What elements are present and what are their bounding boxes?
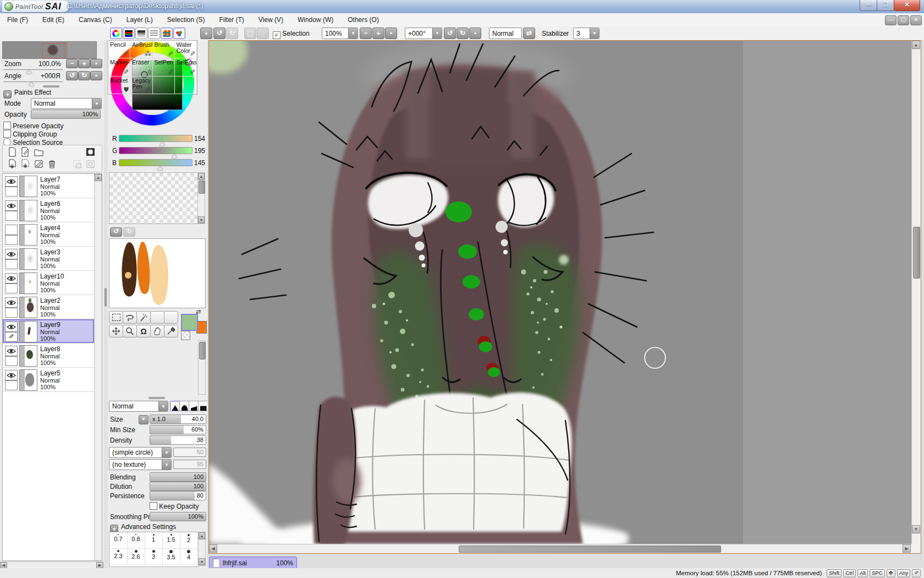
chevron-down-icon[interactable]: ▼ bbox=[158, 401, 168, 411]
layer-paint-indicator[interactable]: ✎ bbox=[5, 332, 18, 342]
layer-row[interactable]: ✎ Layer9 Normal 100% bbox=[3, 319, 94, 343]
nav-rotate-cw-button[interactable]: ↻ bbox=[78, 71, 90, 80]
layer-visibility-toggle[interactable] bbox=[5, 297, 18, 308]
doc-maximize-button[interactable]: ▢ bbox=[898, 15, 909, 25]
invert-selection-button[interactable]: ◌ bbox=[257, 28, 269, 39]
layer-row[interactable]: Layer7 Normal 100% bbox=[3, 174, 94, 198]
scratchpad-toggle[interactable] bbox=[173, 28, 185, 39]
paste-layer-button[interactable] bbox=[72, 159, 82, 169]
size-unit-dropdown[interactable]: ▼ bbox=[139, 415, 148, 424]
layer-visibility-toggle[interactable] bbox=[5, 225, 18, 235]
rotate-canvas-tool[interactable]: Ω bbox=[136, 325, 151, 337]
layer-mask-button[interactable] bbox=[85, 147, 96, 157]
scroll-up-arrow[interactable]: ▲ bbox=[198, 173, 205, 180]
chevron-down-icon[interactable]: ▼ bbox=[92, 99, 101, 108]
nav-zoom-reset-button[interactable]: ▪ bbox=[90, 59, 102, 68]
scrollbar-thumb[interactable] bbox=[913, 227, 920, 279]
chevron-down-icon[interactable]: ▼ bbox=[162, 448, 171, 457]
menu-edit[interactable]: Edit (E) bbox=[35, 14, 72, 25]
nav-zoom-slider[interactable] bbox=[3, 69, 63, 70]
nav-zoom-out-button[interactable]: − bbox=[66, 59, 78, 68]
scrollbar-thumb[interactable] bbox=[199, 181, 205, 194]
zoom-in-button[interactable]: ＋ bbox=[372, 28, 384, 39]
r-slider-thumb[interactable] bbox=[160, 142, 165, 146]
scroll-up-arrow[interactable]: ▲ bbox=[199, 532, 205, 539]
swatch-scrollbar[interactable]: ▲ ▼ bbox=[197, 172, 205, 224]
swatch-panel[interactable] bbox=[109, 172, 198, 224]
menu-window[interactable]: Window (W) bbox=[290, 14, 340, 25]
doc-close-button[interactable]: ✕ bbox=[910, 15, 922, 25]
stabilizer-combo[interactable]: 3▼ bbox=[573, 28, 600, 39]
empty-tool-cell[interactable] bbox=[175, 77, 197, 94]
hand-tool[interactable] bbox=[150, 325, 164, 337]
size-bar[interactable]: x 1.040.0 bbox=[150, 415, 206, 424]
layer-visibility-toggle[interactable] bbox=[5, 370, 18, 380]
size-option[interactable]: 2.3 bbox=[109, 548, 128, 565]
scroll-up-arrow[interactable]: ▲ bbox=[912, 41, 920, 49]
layer-row[interactable]: Layer4 Normal 100% bbox=[3, 222, 94, 247]
size-option[interactable]: 0.7 bbox=[109, 532, 128, 549]
rect-select-tool[interactable] bbox=[109, 311, 123, 324]
new-layer-button[interactable] bbox=[7, 147, 18, 157]
layer-paint-indicator[interactable] bbox=[5, 380, 18, 390]
size-option[interactable]: 4 bbox=[180, 548, 198, 565]
empty-tool-cell[interactable] bbox=[153, 77, 175, 94]
r-slider[interactable] bbox=[119, 135, 193, 142]
layer-mode-combo[interactable]: Normal▼ bbox=[31, 98, 102, 109]
color-lines-toggle[interactable] bbox=[148, 28, 160, 39]
empty-tool-slot[interactable] bbox=[164, 311, 178, 324]
tool-grid-scrollbar[interactable] bbox=[198, 340, 206, 395]
brush-shape-combo[interactable]: (simple circle)▼ bbox=[109, 447, 172, 458]
zoom-combo[interactable]: 100%▼ bbox=[322, 28, 358, 39]
hsv-slider-toggle[interactable] bbox=[135, 28, 147, 39]
layer-paint-indicator[interactable] bbox=[5, 283, 18, 293]
preserve-opacity-checkbox[interactable] bbox=[3, 122, 11, 129]
size-option[interactable]: 1 bbox=[145, 532, 163, 549]
eyedropper-tool[interactable] bbox=[164, 325, 178, 337]
layer-row[interactable]: Layer10 Normal 100% bbox=[3, 271, 94, 295]
nav-zoom-slider-thumb[interactable] bbox=[26, 70, 32, 74]
size-option[interactable]: 3.5 bbox=[162, 548, 180, 565]
menu-others[interactable]: Others (O) bbox=[340, 14, 386, 25]
layer-paint-indicator[interactable] bbox=[5, 235, 18, 245]
tool-legacy-pen[interactable]: Legacy Pen✎ bbox=[130, 77, 152, 94]
scroll-down-arrow[interactable]: ▼ bbox=[912, 525, 920, 533]
menu-view[interactable]: View (V) bbox=[251, 14, 290, 25]
canvas-viewport[interactable] bbox=[209, 41, 911, 544]
scratchpad[interactable] bbox=[109, 238, 206, 308]
move-tool[interactable] bbox=[109, 325, 123, 337]
scroll-down-arrow[interactable]: ▼ bbox=[198, 216, 205, 223]
layer-row[interactable]: Layer6 Normal 100% bbox=[3, 198, 94, 222]
magic-wand-tool[interactable] bbox=[136, 311, 151, 324]
add-mask-button[interactable] bbox=[85, 159, 96, 169]
zoom-reset-button[interactable]: ▪ bbox=[385, 28, 397, 39]
scroll-left-arrow[interactable]: ◀ bbox=[209, 544, 217, 553]
size-option[interactable]: 0.8 bbox=[127, 532, 145, 549]
size-option[interactable]: 2.6 bbox=[127, 548, 145, 565]
undo-button[interactable]: ↺ bbox=[213, 28, 226, 39]
clear-layer-button[interactable] bbox=[34, 159, 44, 169]
transfer-down-button[interactable] bbox=[7, 159, 18, 169]
zoom-tool[interactable] bbox=[123, 325, 137, 337]
selection-checkbox-row[interactable]: ✓ Selection bbox=[273, 30, 310, 39]
scroll-down-arrow[interactable]: ▼ bbox=[199, 558, 205, 565]
layer-visibility-toggle[interactable] bbox=[5, 273, 18, 283]
blending-bar[interactable]: 100 bbox=[150, 472, 206, 482]
layer-opacity-bar[interactable]: 100% bbox=[31, 110, 101, 119]
smoothing-bar[interactable]: 100% bbox=[150, 512, 206, 521]
clipping-group-row[interactable]: Clipping Group bbox=[3, 130, 57, 138]
view-mode-box[interactable]: Normal bbox=[489, 28, 522, 39]
layer-row[interactable]: Layer2 Normal 100% bbox=[3, 295, 94, 319]
tool-eraser[interactable]: Eraser◊ bbox=[130, 58, 152, 76]
doc-minimize-button[interactable]: — bbox=[885, 15, 897, 25]
layer-paint-indicator[interactable] bbox=[5, 356, 18, 366]
tool-seleras[interactable]: SelEras✎ bbox=[175, 58, 197, 76]
primary-color-swatch[interactable] bbox=[181, 314, 198, 331]
empty-tool-slot[interactable] bbox=[150, 311, 164, 324]
menu-filter[interactable]: Filter (T) bbox=[212, 14, 251, 25]
nav-angle-slider-thumb[interactable] bbox=[29, 82, 34, 86]
tool-airbrush[interactable]: AirBrush⁂ bbox=[130, 41, 152, 58]
layer-visibility-toggle[interactable] bbox=[5, 321, 18, 332]
selection-checkbox[interactable]: ✓ bbox=[273, 31, 280, 39]
color-wheel-toggle[interactable] bbox=[110, 28, 122, 39]
